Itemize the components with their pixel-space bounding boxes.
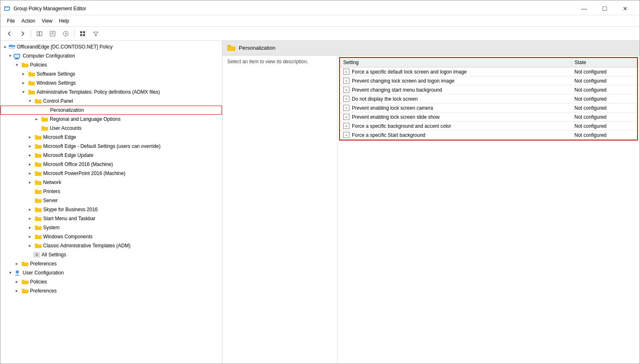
expand-user-preferences[interactable]: ► bbox=[14, 288, 20, 294]
tree-windows-settings[interactable]: ► Windows Settings bbox=[0, 78, 222, 88]
expand-admin-templates[interactable]: ▼ bbox=[20, 89, 27, 95]
svg-marker-41 bbox=[35, 154, 42, 158]
expand-server[interactable] bbox=[27, 197, 33, 204]
tree-user-config[interactable]: ▼ User Configuration bbox=[0, 268, 222, 277]
forward-button[interactable] bbox=[17, 28, 28, 39]
tree-policies[interactable]: ▼ Policies bbox=[0, 60, 222, 69]
expand-software-settings[interactable]: ► bbox=[20, 71, 27, 77]
table-row[interactable]: ≡ Prevent enabling lock screen slide sho… bbox=[340, 113, 637, 122]
close-button[interactable]: ✕ bbox=[616, 3, 635, 14]
grid-view-button[interactable] bbox=[77, 28, 88, 39]
tree-microsoft-ppt[interactable]: ► Microsoft PowerPoint 2016 (Machine) bbox=[0, 169, 222, 178]
tree-personalization[interactable]: Personalization bbox=[0, 106, 222, 115]
tree-control-panel[interactable]: ▼ Control Panel bbox=[0, 97, 222, 106]
admin-templates-label: Administrative Templates: Policy definit… bbox=[37, 89, 160, 95]
toolbar-sep-1 bbox=[31, 30, 31, 38]
expand-microsoft-office[interactable]: ► bbox=[27, 161, 33, 168]
column-state[interactable]: State bbox=[571, 58, 637, 67]
minimize-button[interactable]: — bbox=[575, 3, 594, 14]
table-row[interactable]: ≡ Force a specific background and accent… bbox=[340, 122, 637, 131]
setting-name: Do not display the lock screen bbox=[352, 96, 418, 102]
expand-root[interactable]: ► bbox=[2, 44, 9, 50]
tree-user-policies[interactable]: ► Policies bbox=[0, 277, 222, 286]
microsoft-edge-default-label: Microsoft Edge - Default Settings (users… bbox=[43, 143, 160, 149]
tree-server[interactable]: Server bbox=[0, 196, 222, 205]
personalization-label: Personalization bbox=[50, 107, 84, 113]
expand-personalization[interactable] bbox=[34, 107, 40, 113]
tree-user-preferences[interactable]: ► Preferences bbox=[0, 286, 222, 295]
filter-button[interactable] bbox=[90, 28, 102, 39]
expand-start-menu[interactable]: ► bbox=[27, 215, 33, 222]
svg-marker-37 bbox=[35, 136, 42, 140]
expand-computer-config[interactable]: ▼ bbox=[7, 53, 14, 59]
svg-marker-72 bbox=[227, 46, 236, 51]
policies-folder-icon bbox=[22, 62, 28, 68]
tree-microsoft-edge-update[interactable]: ► Microsoft Edge Update bbox=[0, 151, 222, 160]
table-row[interactable]: ≡ Do not display the lock screen Not con… bbox=[340, 94, 637, 104]
svg-marker-73 bbox=[227, 45, 231, 46]
menu-action[interactable]: Action bbox=[18, 16, 38, 25]
properties-button[interactable] bbox=[47, 28, 58, 39]
table-row[interactable]: ≡ Force a specific default lock screen a… bbox=[340, 67, 637, 76]
windows-components-label: Windows Components bbox=[43, 234, 92, 240]
expand-user-config[interactable]: ▼ bbox=[7, 270, 14, 276]
expand-regional[interactable]: ► bbox=[33, 116, 40, 122]
expand-control-panel[interactable]: ▼ bbox=[27, 98, 33, 104]
svg-marker-47 bbox=[35, 181, 42, 185]
tree-root[interactable]: ► OfficeandEdge [DC.CONTOSO.NET] Policy bbox=[0, 42, 222, 51]
menu-help[interactable]: Help bbox=[56, 16, 73, 25]
expand-classic-admin[interactable]: ► bbox=[27, 242, 33, 249]
setting-name: Prevent changing start menu background bbox=[352, 87, 442, 93]
svg-marker-24 bbox=[28, 72, 31, 73]
tree-all-settings[interactable]: ⚙ All Settings bbox=[0, 250, 222, 259]
tree-printers[interactable]: Printers bbox=[0, 187, 222, 196]
tree-start-menu[interactable]: ► Start Menu and Taskbar bbox=[0, 214, 222, 223]
expand-all-settings[interactable] bbox=[27, 251, 33, 258]
expand-microsoft-ppt[interactable]: ► bbox=[27, 170, 33, 177]
table-row[interactable]: ≡ Prevent enabling lock screen camera No… bbox=[340, 104, 637, 113]
menu-view[interactable]: View bbox=[39, 16, 56, 25]
expand-windows-settings[interactable]: ► bbox=[20, 80, 27, 86]
column-setting[interactable]: Setting bbox=[340, 58, 571, 67]
expand-skype[interactable]: ► bbox=[27, 206, 33, 213]
help-icon-button[interactable]: ? bbox=[60, 28, 72, 39]
expand-user-accounts[interactable] bbox=[33, 125, 40, 131]
show-hide-tree-button[interactable] bbox=[34, 28, 45, 39]
tree-classic-admin[interactable]: ► Classic Administrative Templates (ADM) bbox=[0, 241, 222, 250]
settings-pane: Setting State ≡ Force a specific default… bbox=[337, 55, 640, 364]
tree-windows-components[interactable]: ► Windows Components bbox=[0, 232, 222, 241]
back-button[interactable] bbox=[4, 28, 15, 39]
expand-network[interactable]: ► bbox=[27, 179, 33, 186]
menu-file[interactable]: File bbox=[4, 16, 18, 25]
expand-windows-components[interactable]: ► bbox=[27, 233, 33, 240]
expand-microsoft-edge[interactable]: ► bbox=[27, 134, 33, 141]
expand-microsoft-edge-update[interactable]: ► bbox=[27, 152, 33, 159]
tree-admin-templates[interactable]: ▼ Administrative Templates: Policy defin… bbox=[0, 88, 222, 97]
expand-preferences[interactable]: ► bbox=[14, 260, 20, 267]
tree-microsoft-edge-default[interactable]: ► Microsoft Edge - Default Settings (use… bbox=[0, 142, 222, 151]
tree-preferences[interactable]: ► Preferences bbox=[0, 259, 222, 268]
tree-skype[interactable]: ► Skype for Business 2016 bbox=[0, 205, 222, 214]
expand-system[interactable]: ► bbox=[27, 224, 33, 231]
table-row[interactable]: ≡ Prevent changing lock screen and logon… bbox=[340, 76, 637, 85]
tree-computer-config[interactable]: ▼ Computer Configuration bbox=[0, 51, 222, 60]
description-pane: Select an item to view its description. bbox=[222, 55, 337, 364]
tree-microsoft-office[interactable]: ► Microsoft Office 2016 (Machine) bbox=[0, 160, 222, 169]
table-row[interactable]: ≡ Prevent changing start menu background… bbox=[340, 85, 637, 94]
tree-software-settings[interactable]: ► Software Settings bbox=[0, 69, 222, 78]
policy-icon: ≡ bbox=[343, 123, 349, 129]
tree-system[interactable]: ► System bbox=[0, 223, 222, 232]
maximize-button[interactable]: ☐ bbox=[595, 3, 614, 14]
tree-microsoft-edge[interactable]: ► Microsoft Edge bbox=[0, 133, 222, 142]
tree-network[interactable]: ► Network bbox=[0, 178, 222, 187]
expand-policies[interactable]: ▼ bbox=[14, 62, 20, 68]
setting-name: Force a specific background and accent c… bbox=[352, 123, 451, 129]
policy-icon: ≡ bbox=[343, 105, 349, 111]
tree-user-accounts[interactable]: User Accounts bbox=[0, 124, 222, 133]
expand-microsoft-edge-default[interactable]: ► bbox=[27, 143, 33, 150]
tree-regional[interactable]: ► Regional and Language Options bbox=[0, 115, 222, 124]
expand-printers[interactable] bbox=[27, 188, 33, 195]
table-row[interactable]: ≡ Force a specific Start background Not … bbox=[340, 131, 637, 140]
expand-user-policies[interactable]: ► bbox=[14, 279, 20, 285]
setting-cell: ≡ Prevent enabling lock screen camera bbox=[343, 105, 568, 111]
